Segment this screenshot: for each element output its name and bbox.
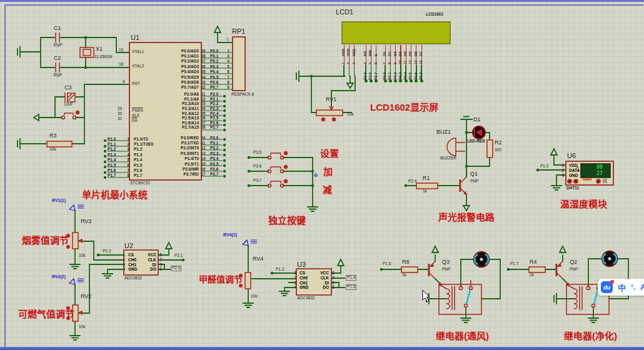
lcd-screen[interactable] <box>342 22 450 44</box>
gas-pot[interactable] <box>66 264 124 340</box>
c2-ref: C2 <box>54 56 61 61</box>
r3-ref: R3 <box>49 133 57 139</box>
u1-pin-xtal1: XTAL1 <box>132 50 144 54</box>
net-p24: P2.4 <box>408 179 416 184</box>
u1-pin-rst: RST <box>132 82 140 86</box>
u1-value: STC89C52 <box>130 181 150 186</box>
caption-smoke: 烟雾值调节 <box>22 236 69 246</box>
rv4-ref: RV4 <box>253 256 263 262</box>
lcd-pin-column: E6P2.7 <box>374 45 379 86</box>
lcd-pin-column: D512P0.5 <box>408 45 413 86</box>
net-p16: P1.6 <box>383 262 391 266</box>
ime-logo-button[interactable]: du <box>601 281 613 293</box>
lcd-pin-column: VEE3 <box>352 45 357 86</box>
u1-port0-rows: P0.0/AD039P0.02 P0.1/AD138P0.13 P0.2/AD2… <box>146 48 231 90</box>
c3-ref: C3 <box>64 85 72 91</box>
key-add-label: 加 <box>323 167 333 177</box>
ime-letter-button[interactable]: A <box>640 282 644 292</box>
pin-row: P0.2/AD237P0.24 <box>146 59 231 64</box>
rv1-ref: RV1 <box>326 97 336 102</box>
u1-pin9-num: 9 <box>123 80 125 84</box>
pin-row: P0.4/AD435P0.46 <box>146 69 231 74</box>
caption-alarm: 声光报警电路 <box>438 212 495 222</box>
schematic-canvas[interactable]: C1 30pF C2 30pF X1 11.0592M C3 10uF R3 1… <box>0 0 644 350</box>
pin-row: P3.5/T115P3.5 <box>146 161 225 166</box>
u6-ref: U6 <box>567 152 576 160</box>
net-p15: P1.5 <box>346 284 356 290</box>
buz1-ref: BUZ1 <box>436 129 451 135</box>
pin-row: P2.7/A1528P2.7 <box>146 125 225 130</box>
pin-row: P3.1/TXD11P3.1 <box>146 140 225 145</box>
lcd-pin-column: VDD2 <box>346 45 351 86</box>
x1-value: 11.0592M <box>94 55 112 59</box>
r1-ref: R1 <box>423 176 430 181</box>
ime-logo-text: du <box>603 284 610 291</box>
q1-ref: Q1 <box>470 171 478 177</box>
r4-value: 1k <box>530 273 534 278</box>
pin-row: DO6 <box>300 285 338 290</box>
net-p22: P2.2 <box>103 249 111 254</box>
u6-value: DHT11 <box>566 186 579 191</box>
pin-row: DI5 <box>128 262 165 267</box>
net-p20: P2.0 <box>171 266 181 271</box>
ime-punctuation-button[interactable]: °, <box>631 284 635 291</box>
pin-row: P0.6/AD633P0.68 <box>146 79 231 84</box>
ime-language-button[interactable]: 中 <box>618 281 626 293</box>
pin-row: CLK7 <box>128 258 165 262</box>
pin-row: P0.3/AD336P0.35 <box>146 64 231 69</box>
r4-ref: R4 <box>530 259 537 265</box>
rv2-value: 10k <box>79 325 85 329</box>
c1-value: 30pF <box>53 43 63 48</box>
lcd-pin-column: RW5P2.6 <box>368 45 373 86</box>
u2-right-pins: VCC8CLK7DI5DO6 <box>128 252 165 272</box>
r2-ref: R2 <box>495 140 502 146</box>
pin-row: P2.5/A1326P2.5 <box>146 116 225 121</box>
q3-value: PNP <box>442 268 450 272</box>
c3-value: 10uF <box>64 102 73 107</box>
relay-fan-circuit[interactable] <box>380 246 500 322</box>
lcd-pin-column: D18P0.1 <box>388 45 393 86</box>
pin-row: P3.0/RXD10P3.0 <box>146 135 225 140</box>
caption-gas: 可燃气值调节 <box>18 309 74 319</box>
u3-value: ADC0832 <box>297 296 314 301</box>
mouse-cursor <box>423 290 430 302</box>
q1-value: PNP <box>470 179 478 184</box>
pin-row: P2.0/A821P2.0 <box>146 92 225 97</box>
c1-ref: C1 <box>54 26 61 31</box>
pin-row: P0.1/AD138P0.13 <box>146 53 231 58</box>
u2-ref: U2 <box>124 242 133 250</box>
r8-ref: R8 <box>402 259 410 265</box>
pin-row: P0.0/AD039P0.02 <box>146 48 231 53</box>
rv3-ref: RV3 <box>81 219 91 224</box>
rv2-terminal-label: RV2(2) <box>52 274 66 279</box>
ch2o-pot[interactable] <box>239 240 296 308</box>
net-p21: P2.1 <box>174 254 183 258</box>
crystal-circuit[interactable] <box>18 32 129 72</box>
u1-pin18-num: 18 <box>119 62 123 67</box>
r2-value: 300 <box>495 148 501 152</box>
u1-pin29-num: 29 <box>118 107 122 111</box>
net-p35: P3.5 <box>253 151 261 155</box>
pin-row: 4GND <box>556 172 580 178</box>
rv4-value: 10k <box>251 294 257 299</box>
rv4-terminal-label: RV4(2) <box>223 232 237 237</box>
smoke-pot[interactable] <box>66 205 124 269</box>
caption-relay-purify: 继电器(净化) <box>564 331 617 341</box>
pin-row: P3.4/T014P3.4 <box>146 156 225 161</box>
ime-notification-dot <box>610 280 614 284</box>
u1-ref: U1 <box>131 34 139 42</box>
rv1-value: 10k <box>347 112 353 117</box>
lcd-pin-column: D310P0.3 <box>398 45 403 86</box>
rv3-terminal-label: RV1(1) <box>52 198 66 202</box>
pin-row: P2.1/A922P2.1 <box>146 97 225 102</box>
origin-marker: ⊕ <box>313 172 318 178</box>
contrast-pot[interactable] <box>316 105 343 121</box>
ime-toolbar[interactable]: du 中 °, A <box>598 279 644 296</box>
rv2-ref: RV2 <box>81 294 91 299</box>
lcd-pin-column: D613P0.6 <box>414 45 419 86</box>
window-top-edge <box>0 0 644 2</box>
u1-port2-rows: P2.0/A821P2.0 P2.1/A922P2.1 P2.2/A1023P2… <box>146 92 225 130</box>
net-p17: P1.7 <box>510 262 518 266</box>
pin-row: P3.7/RD17P3.7 <box>146 172 225 177</box>
u1-port3-rows: P3.0/RXD10P3.0 P3.1/TXD11P3.1 P3.2/INT01… <box>146 135 225 177</box>
